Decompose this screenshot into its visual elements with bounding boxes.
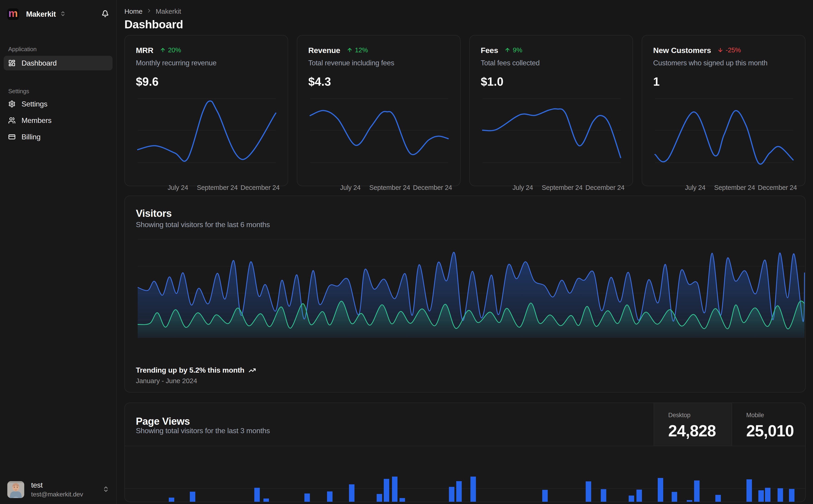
- svg-text:m: m: [8, 8, 18, 19]
